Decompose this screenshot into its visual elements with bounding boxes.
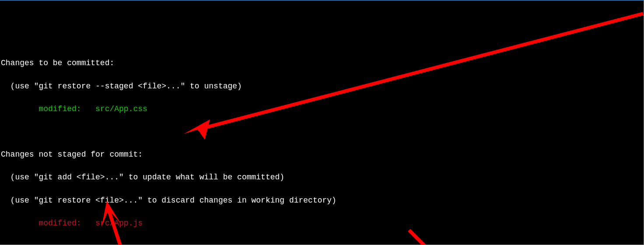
- status-staged-header: Changes to be committed:: [1, 59, 114, 67]
- status-staged-file: modified: src/App.css: [1, 105, 147, 113]
- status-unstaged-hint2: (use "git restore <file>..." to discard …: [1, 196, 336, 205]
- status-unstaged-header: Changes not staged for commit:: [1, 150, 143, 159]
- status-unstaged-file: modified: src/App.js: [1, 219, 143, 228]
- status-staged-hint: (use "git restore --staged <file>..." to…: [1, 82, 242, 91]
- status-unstaged-hint1: (use "git add <file>..." to update what …: [1, 173, 284, 182]
- terminal-output[interactable]: Changes to be committed: (use "git resto…: [0, 46, 644, 245]
